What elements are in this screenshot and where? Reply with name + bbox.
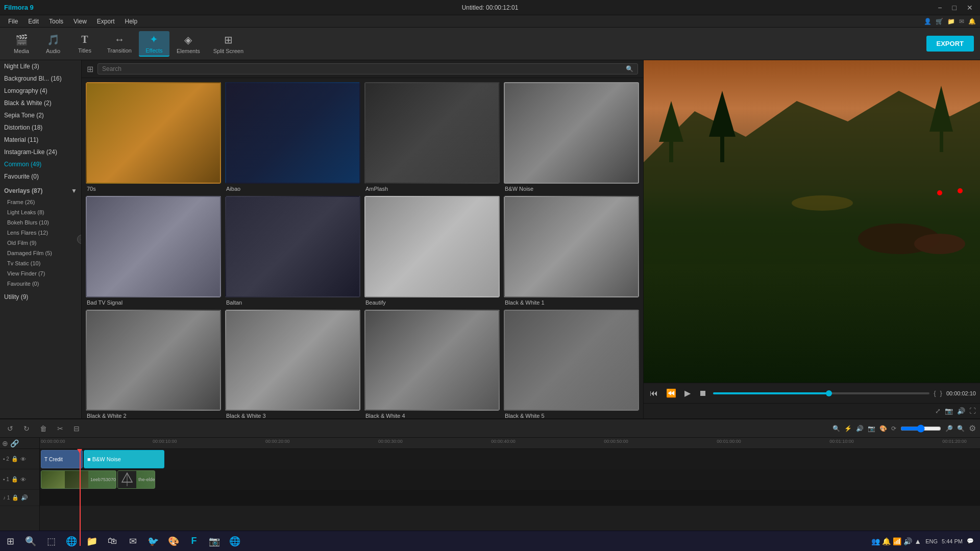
clip-video1[interactable]: 1eeb753070... xyxy=(41,470,116,489)
toolbar-audio[interactable]: 🎵 Audio xyxy=(38,32,68,56)
file-explorer-button[interactable]: 📁 xyxy=(82,531,102,552)
sidebar-distortion[interactable]: Distortion (18) xyxy=(0,121,81,134)
audio-vol-icon[interactable]: 🔊 xyxy=(21,494,28,501)
audio-lock-icon[interactable]: 🔒 xyxy=(12,494,19,501)
account-icon[interactable]: 👤 xyxy=(924,18,932,25)
toolbar-transition[interactable]: ↔ Transition xyxy=(101,32,138,56)
grid-view-button[interactable]: ⊞ xyxy=(87,64,93,74)
split-button[interactable]: ⊟ xyxy=(70,423,83,434)
folder-icon[interactable]: 📁 xyxy=(947,18,955,25)
menu-export[interactable]: Export xyxy=(93,17,119,26)
sidebar-lens-flares[interactable]: Lens Flares (12) xyxy=(0,228,81,238)
effect-bwnoise[interactable]: B&W Noise xyxy=(504,82,639,192)
notification-center[interactable]: 💬 xyxy=(967,538,974,544)
toolbar-titles[interactable]: T Titles xyxy=(69,32,100,56)
effect-baltan[interactable]: Baltan xyxy=(225,196,360,306)
sidebar-old-film[interactable]: Old Film (9) xyxy=(0,238,81,248)
search-bar[interactable]: 🔍 xyxy=(97,63,638,74)
in-point-icon[interactable]: { xyxy=(934,389,936,397)
clip-credit[interactable]: T Credit xyxy=(41,450,83,468)
clip-video2[interactable]: the-elder-s... xyxy=(117,470,155,489)
zoom-slider[interactable] xyxy=(900,424,941,433)
prev-frame-button[interactable]: ⏪ xyxy=(664,388,678,398)
undo-button[interactable]: ↺ xyxy=(4,423,16,434)
effect-bw1[interactable]: Black & White 1 xyxy=(504,196,639,306)
effect-bw2[interactable]: Black & White 2 xyxy=(86,310,221,419)
search-icon[interactable]: 🔍 xyxy=(626,65,633,72)
menu-view[interactable]: View xyxy=(69,17,91,26)
cart-icon[interactable]: 🛒 xyxy=(936,18,943,25)
sidebar-background[interactable]: Background Bl... (16) xyxy=(0,72,81,85)
chrome-taskbar[interactable]: 🌐 xyxy=(225,531,245,552)
volume-sys-icon[interactable]: 🔊 xyxy=(903,537,912,545)
minimize-button[interactable]: − xyxy=(935,4,945,12)
sidebar-light-leaks[interactable]: Light Leaks (8) xyxy=(0,207,81,217)
sidebar-overlays[interactable]: Overlays (87) ▼ xyxy=(0,185,81,197)
track1-lock-icon[interactable]: 🔒 xyxy=(11,476,18,483)
zoom-out-icon[interactable]: 🔍 xyxy=(957,425,965,432)
menu-edit[interactable]: Edit xyxy=(24,17,43,26)
cut-button[interactable]: ✂ xyxy=(54,423,66,434)
redo-button[interactable]: ↻ xyxy=(20,423,33,434)
effect-bw3[interactable]: Black & White 3 xyxy=(225,310,360,419)
sidebar-favourite-ov[interactable]: Favourite (0) xyxy=(0,279,81,289)
track-link-icon[interactable]: 🔗 xyxy=(10,439,19,447)
store-button[interactable]: 🛍 xyxy=(102,531,122,552)
sidebar-common[interactable]: Common (49) xyxy=(0,158,81,170)
sidebar-utility[interactable]: Utility (9) xyxy=(0,291,81,303)
mail-icon[interactable]: ✉ xyxy=(959,18,964,25)
sidebar-black-white[interactable]: Black & White (2) xyxy=(0,97,81,109)
track1-eye-icon[interactable]: 👁 xyxy=(20,477,26,483)
sidebar-bokeh-blurs[interactable]: Bokeh Blurs (10) xyxy=(0,217,81,228)
camera-taskbar[interactable]: 📷 xyxy=(204,531,225,552)
effect-bw5[interactable]: Black & White 5 xyxy=(504,310,639,419)
effect-beautify[interactable]: Beautify xyxy=(364,196,500,306)
mail-button[interactable]: ✉ xyxy=(122,531,143,552)
paint-button[interactable]: 🎨 xyxy=(163,531,184,552)
track-add-icon[interactable]: ⊕ xyxy=(2,439,8,447)
progress-thumb[interactable] xyxy=(826,390,832,396)
toolbar-media[interactable]: 🎬 Media xyxy=(6,32,37,56)
up-arrow-icon[interactable]: ▲ xyxy=(914,537,921,545)
people-icon[interactable]: 👥 xyxy=(871,537,880,545)
out-point-icon[interactable]: } xyxy=(940,389,942,397)
effect-aibao[interactable]: Aibao xyxy=(225,82,360,192)
close-button[interactable]: ✕ xyxy=(964,4,976,12)
toolbar-split-screen[interactable]: ⊞ Split Screen xyxy=(207,32,250,56)
fullscreen-button[interactable]: ⛶ xyxy=(969,407,976,415)
start-button[interactable]: ⊞ xyxy=(0,531,20,552)
resize-to-fit-button[interactable]: ⤢ xyxy=(935,407,941,415)
toolbar-effects[interactable]: ✦ Effects xyxy=(139,31,169,57)
search-input[interactable] xyxy=(102,65,623,72)
sidebar-view-finder[interactable]: View Finder (7) xyxy=(0,268,81,279)
delete-button[interactable]: 🗑 xyxy=(37,423,50,434)
clip-bwnoise[interactable]: ■ B&W Noise xyxy=(84,450,164,468)
sidebar-sepia-tone[interactable]: Sepia Tone (2) xyxy=(0,109,81,121)
sidebar-frame[interactable]: Frame (26) xyxy=(0,197,81,207)
timeline-ruler[interactable]: 00:00:00:00 00:00:10:00 00:00:20:00 00:0… xyxy=(40,438,980,449)
play-button[interactable]: ▶ xyxy=(682,388,693,398)
snapshot-button[interactable]: 📷 xyxy=(945,407,953,415)
sidebar-tv-static[interactable]: Tv Static (10) xyxy=(0,258,81,268)
restore-button[interactable]: □ xyxy=(949,4,960,12)
twitter-button[interactable]: 🐦 xyxy=(143,531,163,552)
task-view-button[interactable]: ⬚ xyxy=(41,531,61,552)
notification-icon[interactable]: 🔔 xyxy=(968,18,976,25)
effect-70s[interactable]: 70s xyxy=(86,82,221,192)
settings-icon[interactable]: ⚙ xyxy=(969,423,976,433)
zoom-in-icon[interactable]: 🔎 xyxy=(945,425,953,432)
effect-amplash[interactable]: AmPlash xyxy=(364,82,500,192)
sidebar-favourite[interactable]: Favourite (0) xyxy=(0,170,81,183)
menu-file[interactable]: File xyxy=(4,17,22,26)
sidebar-instagram[interactable]: Instagram-Like (24) xyxy=(0,146,81,158)
toolbar-elements[interactable]: ◈ Elements xyxy=(170,32,206,56)
track2-eye-icon[interactable]: 👁 xyxy=(20,456,26,462)
track2-lock-icon[interactable]: 🔒 xyxy=(11,456,18,462)
notification-sys-icon[interactable]: 🔔 xyxy=(882,537,891,545)
effect-bw4[interactable]: Black & White 4 xyxy=(364,310,500,419)
wifi-icon[interactable]: 📶 xyxy=(893,537,901,545)
sidebar-damaged-film[interactable]: Damaged Film (5) xyxy=(0,248,81,258)
effect-badtv[interactable]: Bad TV Signal xyxy=(86,196,221,306)
progress-bar[interactable] xyxy=(713,392,929,394)
menu-help[interactable]: Help xyxy=(121,17,142,26)
